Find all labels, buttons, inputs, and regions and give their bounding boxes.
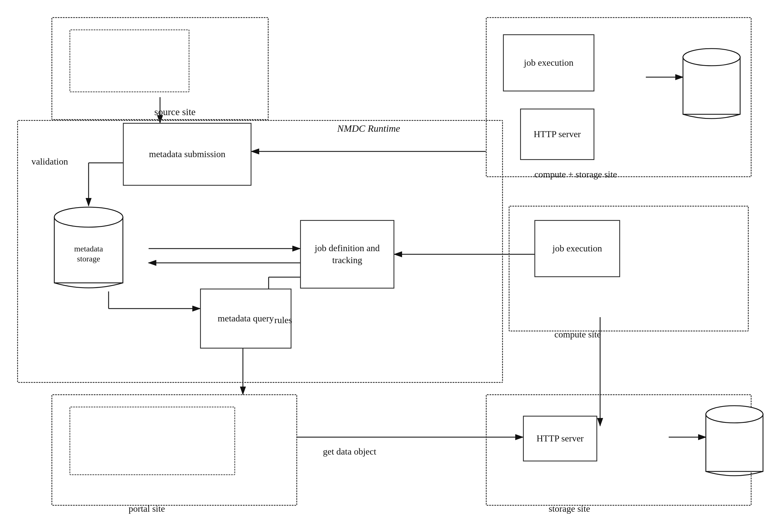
svg-point-20 bbox=[54, 207, 123, 227]
cylinder-top-right bbox=[680, 46, 746, 126]
svg-point-24 bbox=[683, 49, 740, 66]
svg-text:metadata: metadata bbox=[74, 244, 103, 253]
svg-point-26 bbox=[706, 406, 763, 423]
job-execution-bottom-box: job execution bbox=[534, 220, 620, 277]
metadata-query-label: metadata query bbox=[218, 313, 274, 325]
source-site-label: source site bbox=[154, 106, 195, 118]
rules-label: rules bbox=[274, 314, 292, 326]
job-definition-box: job definition and tracking bbox=[300, 220, 395, 289]
metadata-storage-cylinder: metadata storage bbox=[49, 203, 129, 294]
http-server-top-box: HTTP server bbox=[520, 109, 594, 160]
storage-site-label: storage site bbox=[549, 503, 590, 515]
portal-site-inner bbox=[69, 407, 235, 475]
source-site-box bbox=[51, 17, 269, 120]
cylinder-bottom-right bbox=[703, 403, 769, 483]
compute-site-label: compute site bbox=[554, 329, 601, 341]
metadata-submission-box: metadata submission bbox=[123, 123, 251, 186]
http-server-top-label: HTTP server bbox=[534, 128, 581, 140]
job-execution-bottom-label: job execution bbox=[552, 243, 602, 255]
job-execution-top-box: job execution bbox=[503, 34, 594, 91]
nmdc-runtime-label: NMDC Runtime bbox=[337, 122, 400, 135]
source-site-inner-box bbox=[69, 29, 189, 92]
metadata-submission-label: metadata submission bbox=[149, 148, 225, 160]
portal-site-label: portal site bbox=[129, 503, 165, 515]
diagram: source site NMDC Runtime compute + stora… bbox=[0, 0, 775, 532]
compute-storage-site-label: compute + storage site bbox=[534, 169, 617, 181]
svg-text:storage: storage bbox=[77, 254, 100, 263]
validation-label: validation bbox=[31, 156, 68, 168]
get-data-object-label: get data object bbox=[323, 446, 376, 458]
job-execution-top-label: job execution bbox=[524, 57, 573, 69]
job-definition-label: job definition and tracking bbox=[301, 242, 394, 266]
http-server-bottom-label: HTTP server bbox=[537, 433, 584, 445]
portal-site-box bbox=[51, 394, 297, 506]
http-server-bottom-box: HTTP server bbox=[523, 416, 597, 461]
